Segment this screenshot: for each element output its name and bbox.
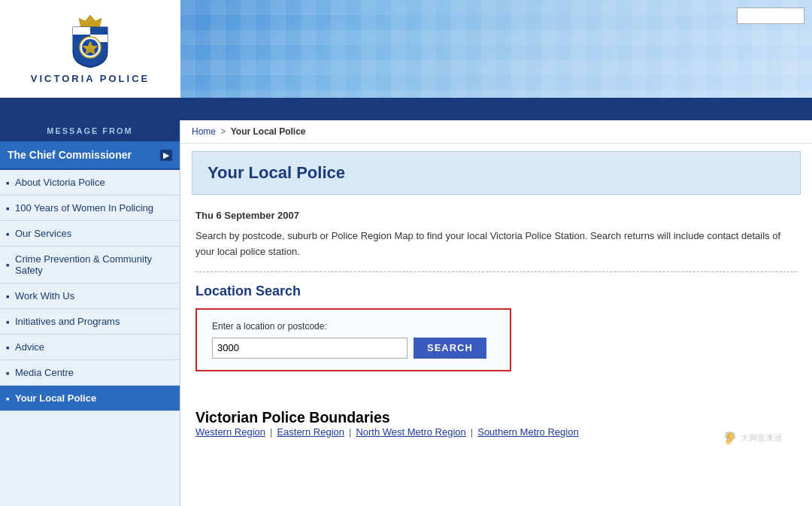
sidebar-item-crime[interactable]: Crime Prevention & Community Safety (0, 247, 180, 283)
sidebar-chief-arrow-icon: ▶ (160, 150, 172, 161)
sidebar-item-advice[interactable]: Advice (0, 335, 180, 360)
breadcrumb-separator: > (220, 126, 226, 137)
breadcrumb: Home > Your Local Police (180, 120, 812, 144)
breadcrumb-home[interactable]: Home (192, 126, 216, 137)
header-background (180, 0, 812, 98)
boundary-sep-3: | (471, 426, 473, 438)
header: VICTORIA POLICE (0, 0, 812, 98)
svg-marker-0 (79, 15, 102, 26)
logo-area: VICTORIA POLICE (0, 0, 180, 98)
site-title: VICTORIA POLICE (31, 73, 150, 84)
sidebar-item-work[interactable]: Work With Us (0, 283, 180, 309)
sidebar-chief-commissioner[interactable]: The Chief Commissioner ▶ (0, 141, 180, 170)
page-description: Search by postcode, suburb or Police Reg… (195, 229, 797, 272)
sidebar-message-from-label: MESSAGE FROM (0, 120, 180, 141)
boundary-sep-2: | (349, 426, 351, 438)
sidebar-chief-label: The Chief Commissioner (8, 149, 132, 161)
boundaries-links: Western Region | Eastern Region | North … (195, 426, 797, 438)
sidebar-item-100years[interactable]: 100 Years of Women In Policing (0, 195, 180, 221)
sidebar-item-about[interactable]: About Victoria Police (0, 170, 180, 195)
boundaries-section: Victorian Police Boundaries Western Regi… (195, 409, 797, 438)
boundary-link-northwest[interactable]: North West Metro Region (356, 426, 465, 438)
search-input[interactable] (212, 338, 408, 359)
page-header-block: Your Local Police (192, 151, 801, 195)
sidebar-item-media[interactable]: Media Centre (0, 360, 180, 386)
watermark-text: 大脚逛澳洲 (741, 432, 782, 444)
content-area: Home > Your Local Police Your Local Poli… (180, 120, 812, 506)
boundary-link-western[interactable]: Western Region (195, 426, 265, 438)
sidebar-item-initiatives[interactable]: Initiatives and Programs (0, 309, 180, 335)
content-body: Thu 6 September 2007 Search by postcode,… (180, 202, 812, 445)
breadcrumb-current: Your Local Police (231, 126, 306, 137)
sidebar: MESSAGE FROM The Chief Commissioner ▶ Ab… (0, 120, 180, 506)
police-badge-icon (64, 14, 117, 70)
location-search-section: Location Search Enter a location or post… (195, 283, 797, 394)
page-title: Your Local Police (208, 163, 785, 183)
search-label: Enter a location or postcode: (212, 321, 495, 332)
svg-rect-1 (80, 24, 100, 27)
svg-rect-2 (73, 27, 90, 35)
nav-bar (0, 98, 812, 120)
page-date: Thu 6 September 2007 (195, 210, 797, 221)
header-search-area (737, 8, 804, 24)
search-row: SEARCH (212, 338, 495, 359)
sidebar-item-local-police[interactable]: Your Local Police (0, 386, 180, 411)
boundaries-heading: Victorian Police Boundaries (195, 409, 797, 426)
boundary-link-eastern[interactable]: Eastern Region (277, 426, 344, 438)
search-box: Enter a location or postcode: SEARCH (195, 308, 511, 371)
header-search-input[interactable] (737, 8, 804, 24)
sidebar-item-services[interactable]: Our Services (0, 221, 180, 247)
location-search-heading: Location Search (195, 283, 797, 299)
watermark-icon: 🦻 (723, 431, 738, 445)
boundary-sep-1: | (270, 426, 272, 438)
boundary-link-southern[interactable]: Southern Metro Region (477, 426, 578, 438)
svg-rect-3 (90, 27, 108, 35)
main-container: MESSAGE FROM The Chief Commissioner ▶ Ab… (0, 120, 812, 506)
search-button[interactable]: SEARCH (414, 338, 486, 359)
sidebar-nav: About Victoria Police 100 Years of Women… (0, 170, 180, 411)
